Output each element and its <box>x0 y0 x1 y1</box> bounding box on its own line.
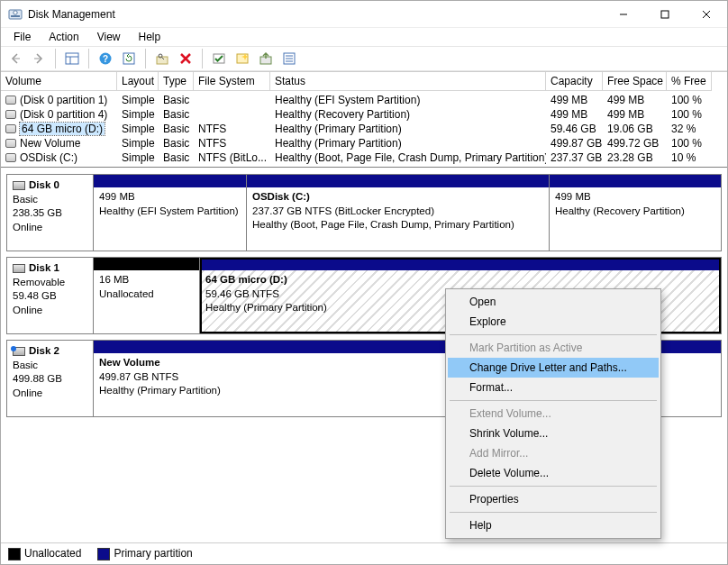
cell-pct: 100 % <box>667 107 712 122</box>
disk-state: Online <box>13 304 87 318</box>
col-type[interactable]: Type <box>159 72 194 91</box>
cell-capacity: 499 MB <box>546 93 603 107</box>
cell-fs <box>194 93 270 107</box>
disk-row-0: Disk 0 Basic 238.35 GB Online 499 MB Hea… <box>6 174 722 251</box>
ctx-separator <box>450 512 657 513</box>
cell-free: 499 MB <box>603 107 667 122</box>
delete-button[interactable] <box>175 48 196 69</box>
check-button[interactable] <box>208 48 230 69</box>
new-volume-button[interactable] <box>232 48 253 69</box>
partition[interactable]: OSDisk (C:) 237.37 GB NTFS (BitLocker En… <box>247 175 550 251</box>
svg-rect-4 <box>661 11 669 18</box>
svg-text:?: ? <box>103 54 108 64</box>
table-row[interactable]: (Disk 0 partition 4) Simple Basic Health… <box>1 107 727 122</box>
cell-status: Healthy (Primary Partition) <box>270 122 546 136</box>
cell-capacity: 499 MB <box>546 107 603 122</box>
cell-free: 19.06 GB <box>603 122 667 136</box>
ctx-explore[interactable]: Explore <box>448 312 659 332</box>
disk-name: Disk 1 <box>29 261 59 276</box>
cell-fs: NTFS (BitLo... <box>194 150 270 165</box>
disk-capacity: 59.48 GB <box>13 289 87 304</box>
svg-point-2 <box>14 10 17 14</box>
col-capacity[interactable]: Capacity <box>546 72 603 91</box>
cell-capacity: 59.46 GB <box>546 122 603 136</box>
partition-size: 16 MB <box>99 273 194 287</box>
col-status[interactable]: Status <box>270 72 546 91</box>
svg-rect-12 <box>123 53 134 64</box>
minimize-button[interactable] <box>603 1 644 28</box>
show-hide-console-button[interactable] <box>61 48 83 69</box>
partition-band-primary <box>550 175 721 187</box>
menu-view[interactable]: View <box>88 29 130 45</box>
partition-unallocated[interactable]: 16 MB Unallocated <box>94 258 200 333</box>
cell-type: Basic <box>159 136 194 150</box>
svg-rect-1 <box>11 15 20 17</box>
disk-state: Online <box>13 387 87 401</box>
disk-type: Basic <box>13 193 87 207</box>
menu-file[interactable]: File <box>5 29 40 45</box>
cell-pct: 100 % <box>667 136 712 150</box>
volume-icon <box>5 110 16 119</box>
ctx-help[interactable]: Help <box>448 515 659 535</box>
ctx-delete[interactable]: Delete Volume... <box>448 463 659 483</box>
refresh-button[interactable] <box>118 48 140 69</box>
col-free[interactable]: Free Space <box>603 72 667 91</box>
partition[interactable]: 499 MB Healthy (EFI System Partition) <box>94 175 247 251</box>
cell-volume: 64 GB micro (D:) <box>20 123 105 135</box>
partition-band-primary <box>247 175 549 187</box>
cell-type: Basic <box>159 107 194 122</box>
legend: Unallocated Primary partition <box>1 542 727 564</box>
disk-header[interactable]: Disk 0 Basic 238.35 GB Online <box>7 175 94 251</box>
ctx-open[interactable]: Open <box>448 292 659 312</box>
maximize-button[interactable] <box>644 1 686 28</box>
cell-volume: New Volume <box>20 137 80 150</box>
ctx-change-letter[interactable]: Change Drive Letter and Paths... <box>448 358 659 378</box>
col-layout[interactable]: Layout <box>117 72 159 91</box>
nav-back-button[interactable] <box>5 48 26 69</box>
cell-type: Basic <box>159 150 194 165</box>
partition-band-primary <box>200 258 721 270</box>
cell-type: Basic <box>159 122 194 136</box>
cell-free: 499.72 GB <box>603 136 667 150</box>
attach-vhd-button[interactable] <box>255 48 277 69</box>
ctx-mark-active: Mark Partition as Active <box>448 338 659 358</box>
ctx-properties[interactable]: Properties <box>448 489 659 509</box>
col-pctfree[interactable]: % Free <box>667 72 712 91</box>
menu-help[interactable]: Help <box>130 29 170 45</box>
disk-header[interactable]: Disk 2 Basic 499.88 GB Online <box>7 341 94 416</box>
context-menu: Open Explore Mark Partition as Active Ch… <box>445 288 661 539</box>
partition-name: OSDisk (C:) <box>252 190 543 205</box>
ctx-shrink[interactable]: Shrink Volume... <box>448 424 659 443</box>
partition-size: 499 MB <box>99 190 241 205</box>
disk-type: Removable <box>13 276 87 290</box>
cell-layout: Simple <box>117 122 159 136</box>
col-fs[interactable]: File System <box>194 72 270 91</box>
partition[interactable]: 499 MB Healthy (Recovery Partition) <box>550 175 721 251</box>
volume-table: Volume Layout Type File System Status Ca… <box>1 71 727 167</box>
properties-button[interactable] <box>278 48 300 69</box>
volume-icon <box>5 124 16 133</box>
close-button[interactable] <box>686 1 727 28</box>
legend-unallocated: Unallocated <box>8 547 81 560</box>
ctx-format[interactable]: Format... <box>448 378 659 397</box>
settings-button[interactable] <box>151 48 173 69</box>
nav-forward-button[interactable] <box>28 48 50 69</box>
toolbar: ? <box>1 46 727 71</box>
table-row[interactable]: OSDisk (C:) Simple Basic NTFS (BitLo... … <box>1 150 727 165</box>
disk-header[interactable]: Disk 1 Removable 59.48 GB Online <box>7 258 94 333</box>
disk-capacity: 499.88 GB <box>13 372 87 387</box>
table-row[interactable]: 64 GB micro (D:) Simple Basic NTFS Healt… <box>1 122 727 136</box>
partition-band-primary <box>94 175 246 187</box>
help-button[interactable]: ? <box>95 48 116 69</box>
ctx-separator <box>450 400 657 401</box>
table-row[interactable]: New Volume Simple Basic NTFS Healthy (Pr… <box>1 136 727 150</box>
ctx-add-mirror: Add Mirror... <box>448 443 659 463</box>
legend-primary: Primary partition <box>97 547 192 560</box>
table-row[interactable]: (Disk 0 partition 1) Simple Basic Health… <box>1 93 727 107</box>
col-volume[interactable]: Volume <box>1 72 117 91</box>
menu-action[interactable]: Action <box>40 29 87 45</box>
disk-type: Basic <box>13 359 87 373</box>
legend-label: Primary partition <box>114 547 192 560</box>
cell-fs: NTFS <box>194 136 270 150</box>
cell-status: Healthy (Primary Partition) <box>270 136 546 150</box>
